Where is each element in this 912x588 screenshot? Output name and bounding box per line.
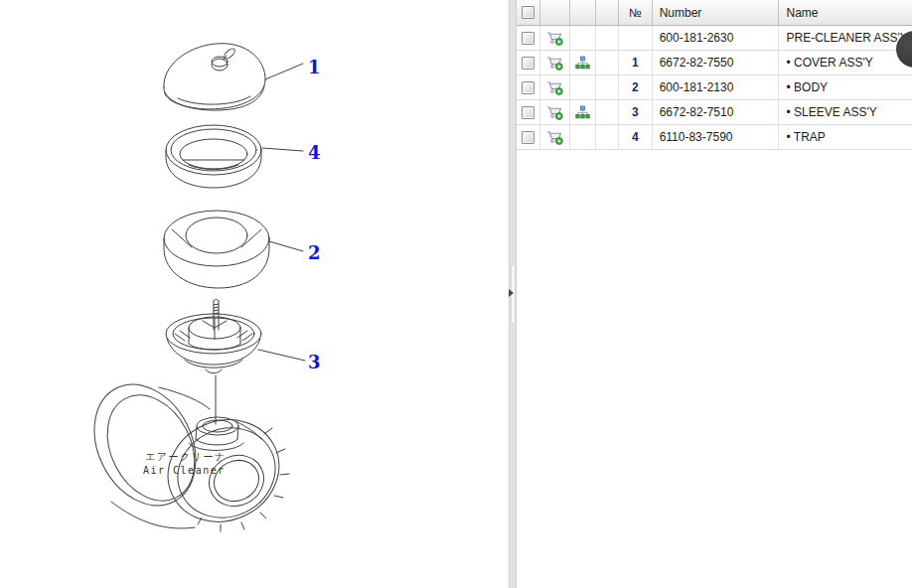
row-tree-cell: [570, 125, 596, 150]
row-check-cell: [517, 26, 540, 51]
header-name: Name: [779, 0, 912, 25]
header-number: Number: [653, 0, 779, 25]
table-row[interactable]: 3 6672-82-7510 • SLEEVE ASS'Y: [517, 100, 912, 125]
row-checkbox[interactable]: [522, 32, 534, 45]
row-part-name: • COVER ASS'Y: [779, 51, 912, 75]
header-no: №: [619, 0, 652, 25]
header-gap-cell: [596, 0, 620, 25]
splitter-handle[interactable]: [511, 264, 516, 324]
add-to-cart-icon[interactable]: [545, 129, 563, 145]
callout-leader-lines: [258, 64, 305, 361]
add-to-cart-icon[interactable]: [545, 79, 563, 95]
row-cart-cell: [540, 100, 570, 125]
table-row[interactable]: 1 6672-82-7550 • COVER ASS'Y: [517, 51, 912, 75]
table-row[interactable]: 4 6110-83-7590 • TRAP: [517, 125, 912, 150]
row-gap-cell: [596, 26, 620, 51]
row-cart-cell: [540, 75, 570, 100]
row-part-name: • BODY: [779, 75, 912, 100]
row-no: 3: [619, 100, 652, 125]
collapse-arrow-icon: [509, 289, 514, 297]
row-check-cell: [517, 51, 540, 75]
row-part-number: 6672-82-7510: [653, 100, 779, 125]
callout-4[interactable]: 4: [308, 142, 321, 163]
add-to-cart-icon[interactable]: [545, 55, 563, 71]
row-no: 4: [619, 125, 652, 150]
row-tree-cell: [570, 51, 596, 75]
callout-1[interactable]: 1: [308, 57, 321, 77]
row-part-number: 600-181-2130: [653, 75, 779, 100]
row-part-name: PRE-CLEANER ASS'Y: [779, 26, 912, 51]
row-gap-cell: [596, 125, 620, 150]
row-no: [619, 26, 652, 51]
row-cart-cell: [540, 51, 570, 75]
row-tree-cell: [570, 100, 596, 125]
row-check-cell: [517, 75, 540, 100]
parts-table-panel: № Number Name 600-181-2630 PRE-CLEANER A…: [517, 0, 912, 588]
diagram-panel: 1 4 2 3 エアークリーナ Air Cleaner: [0, 0, 509, 588]
row-part-number: 6110-83-7590: [653, 125, 779, 150]
exploded-view-diagram: 1 4 2 3 エアークリーナ Air Cleaner: [0, 0, 509, 588]
header-cart-cell: [540, 0, 570, 25]
callout-2[interactable]: 2: [308, 242, 321, 263]
table-row[interactable]: 2 600-181-2130 • BODY: [517, 75, 912, 100]
row-part-name: • SLEEVE ASS'Y: [779, 100, 912, 125]
row-no: 2: [619, 75, 652, 100]
select-all-checkbox[interactable]: [522, 6, 534, 19]
table-header-row: № Number Name: [517, 0, 912, 26]
row-part-number: 6672-82-7550: [653, 51, 779, 75]
row-no: 1: [619, 51, 652, 75]
row-cart-cell: [540, 26, 570, 51]
part-trap-drawing: [166, 125, 261, 188]
add-to-cart-icon[interactable]: [545, 30, 563, 46]
row-checkbox[interactable]: [522, 131, 534, 144]
part-body-drawing: [164, 211, 269, 288]
row-cart-cell: [540, 125, 570, 150]
header-select-all-cell: [517, 0, 540, 25]
subassembly-tree-icon[interactable]: [573, 55, 591, 71]
row-checkbox[interactable]: [522, 106, 534, 119]
row-part-number: 600-181-2630: [653, 26, 779, 51]
row-check-cell: [517, 125, 540, 150]
row-checkbox[interactable]: [522, 81, 534, 94]
subassembly-tree-icon[interactable]: [573, 104, 591, 120]
part-sleeve-drawing: [166, 300, 261, 425]
parts-table: № Number Name 600-181-2630 PRE-CLEANER A…: [517, 0, 912, 150]
row-gap-cell: [596, 75, 620, 100]
row-tree-cell: [570, 75, 596, 100]
part-cover-drawing: [164, 44, 265, 110]
body-label-japanese: エアークリーナ: [145, 451, 227, 462]
add-to-cart-icon[interactable]: [545, 104, 563, 120]
row-part-name: • TRAP: [779, 125, 912, 150]
row-check-cell: [517, 100, 540, 125]
table-row[interactable]: 600-181-2630 PRE-CLEANER ASS'Y: [517, 26, 912, 51]
header-tree-cell: [570, 0, 596, 25]
row-tree-cell: [570, 26, 596, 51]
row-gap-cell: [596, 100, 620, 125]
body-label-english: Air Cleaner: [143, 465, 226, 476]
row-checkbox[interactable]: [522, 57, 534, 70]
panel-splitter[interactable]: [509, 0, 517, 588]
row-gap-cell: [596, 51, 620, 75]
callout-3[interactable]: 3: [308, 352, 321, 372]
